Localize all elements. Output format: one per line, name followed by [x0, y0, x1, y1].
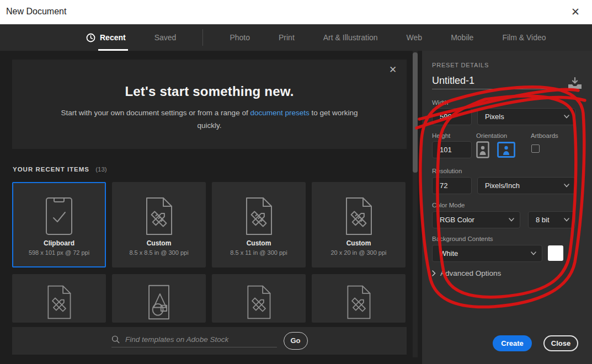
document-presets-link[interactable]: document presets — [250, 109, 309, 117]
background-contents-value: White — [440, 249, 531, 258]
bit-depth-select[interactable]: 8 bit — [528, 211, 575, 228]
portrait-orientation-icon — [476, 141, 489, 158]
tab-mobile[interactable]: Mobile — [449, 24, 476, 51]
color-mode-select[interactable]: RGB Color — [432, 211, 520, 228]
close-button[interactable]: Close — [543, 335, 578, 351]
width-label: Width — [432, 99, 448, 106]
preset-card-partial-3[interactable] — [212, 274, 306, 323]
tab-saved[interactable]: Saved — [152, 24, 179, 51]
tab-web[interactable]: Web — [404, 24, 425, 51]
resolution-unit-select[interactable]: Pixels/Inch — [477, 177, 575, 194]
tab-label: Print — [279, 33, 295, 42]
artboards-label: Artboards — [531, 132, 558, 139]
banner-title: Let's start something new. — [12, 84, 407, 99]
recent-items-heading: YOUR RECENT ITEMS (13) — [13, 166, 107, 173]
height-input[interactable] — [432, 141, 472, 158]
recent-items-title: YOUR RECENT ITEMS — [13, 166, 89, 173]
card-subtitle: 598 x 101 px @ 72 ppi — [29, 249, 89, 256]
document-name-input[interactable] — [432, 75, 562, 89]
new-document-dialog: New Document ✕ Recent Saved Photo Print … — [0, 0, 592, 364]
recent-items-count: (13) — [95, 166, 106, 173]
tab-label: Film & Video — [502, 33, 546, 42]
chevron-down-icon — [531, 251, 536, 255]
tab-film-video[interactable]: Film & Video — [500, 24, 548, 51]
background-contents-select[interactable]: White — [432, 245, 542, 262]
orientation-toggle — [476, 141, 515, 158]
card-title: Custom — [147, 239, 172, 247]
tab-recent[interactable]: Recent — [84, 24, 128, 51]
resolution-input[interactable] — [432, 177, 472, 194]
tab-photo[interactable]: Photo — [227, 24, 252, 51]
welcome-banner: ✕ Let's start something new. Start with … — [12, 60, 407, 149]
preset-card-partial-4[interactable] — [312, 274, 406, 323]
resolution-label: Resolution — [432, 168, 462, 174]
chevron-down-icon — [564, 115, 569, 119]
clipboard-check-icon — [45, 195, 73, 237]
card-subtitle: 8.5 x 8.5 in @ 300 ppi — [129, 249, 188, 256]
preset-details-heading: PRESET DETAILS — [432, 62, 489, 68]
tab-label: Art & Illustration — [323, 33, 378, 42]
advanced-options-toggle[interactable]: Advanced Options — [432, 269, 501, 277]
height-label: Height — [432, 132, 450, 139]
adobe-stock-search-bar: Go — [12, 327, 407, 355]
recent-cards-row-partial — [12, 274, 406, 323]
preset-card-partial-1[interactable] — [12, 274, 106, 323]
banner-text: Start with your own document settings or… — [55, 107, 364, 132]
preset-card-custom-2[interactable]: Custom 8.5 x 11 in @ 300 ppi — [212, 182, 306, 267]
tab-label: Recent — [100, 33, 126, 42]
chevron-down-icon — [564, 184, 569, 188]
orientation-label: Orientation — [476, 132, 507, 139]
document-name-row — [432, 75, 582, 89]
background-color-swatch[interactable] — [548, 245, 563, 261]
custom-document-icon — [45, 283, 73, 322]
category-tab-bar: Recent Saved Photo Print Art & Illustrat… — [0, 24, 592, 51]
preset-card-custom-3[interactable]: Custom 20 x 20 in @ 300 ppi — [312, 182, 406, 267]
tab-art-illustration[interactable]: Art & Illustration — [321, 24, 380, 51]
card-subtitle: 20 x 20 in @ 300 ppi — [330, 249, 386, 256]
preset-card-custom-1[interactable]: Custom 8.5 x 8.5 in @ 300 ppi — [112, 182, 206, 267]
custom-document-icon — [345, 283, 372, 322]
card-title: Custom — [247, 239, 271, 247]
banner-close-icon[interactable]: ✕ — [387, 64, 399, 76]
search-input-wrap — [111, 335, 277, 347]
close-icon[interactable]: ✕ — [569, 6, 582, 19]
custom-document-icon — [143, 195, 174, 237]
card-title: Custom — [346, 239, 371, 247]
color-mode-value: RGB Color — [440, 216, 509, 224]
preset-card-partial-2[interactable] — [112, 274, 206, 323]
go-button[interactable]: Go — [284, 332, 308, 350]
landscape-orientation-icon — [497, 142, 515, 158]
custom-document-icon — [343, 195, 374, 237]
orientation-landscape-button[interactable] — [497, 142, 515, 158]
tab-print[interactable]: Print — [276, 24, 297, 51]
orientation-portrait-button[interactable] — [476, 141, 489, 158]
card-subtitle: 8.5 x 11 in @ 300 ppi — [230, 249, 287, 256]
shapes-template-icon — [145, 283, 173, 322]
color-mode-label: Color Mode — [432, 202, 465, 208]
card-title: Clipboard — [44, 239, 74, 247]
artboards-checkbox[interactable] — [531, 144, 540, 153]
title-bar: New Document ✕ — [0, 0, 592, 24]
preset-card-clipboard[interactable]: Clipboard 598 x 101 px @ 72 ppi — [12, 182, 106, 267]
tab-label: Saved — [154, 33, 177, 42]
search-icon — [111, 335, 120, 344]
tab-label: Web — [407, 33, 423, 42]
chevron-down-icon — [564, 218, 569, 222]
chevron-down-icon — [509, 218, 514, 222]
save-preset-icon[interactable] — [568, 77, 582, 89]
background-contents-label: Background Contents — [432, 235, 493, 242]
create-button[interactable]: Create — [493, 335, 532, 351]
recent-cards-row: Clipboard 598 x 101 px @ 72 ppi — [12, 182, 406, 267]
resolution-unit-value: Pixels/Inch — [485, 181, 564, 190]
tab-label: Mobile — [451, 33, 473, 42]
tab-label: Photo — [230, 33, 250, 42]
width-unit-select[interactable]: Pixels — [477, 108, 575, 125]
width-input[interactable] — [432, 108, 472, 125]
tab-divider — [202, 29, 203, 46]
advanced-options-label: Advanced Options — [440, 269, 501, 277]
scrollbar-track[interactable] — [413, 51, 418, 357]
scrollbar-thumb[interactable] — [413, 52, 418, 173]
custom-document-icon — [245, 283, 273, 322]
search-input[interactable] — [125, 335, 276, 344]
width-unit-value: Pixels — [485, 113, 564, 121]
